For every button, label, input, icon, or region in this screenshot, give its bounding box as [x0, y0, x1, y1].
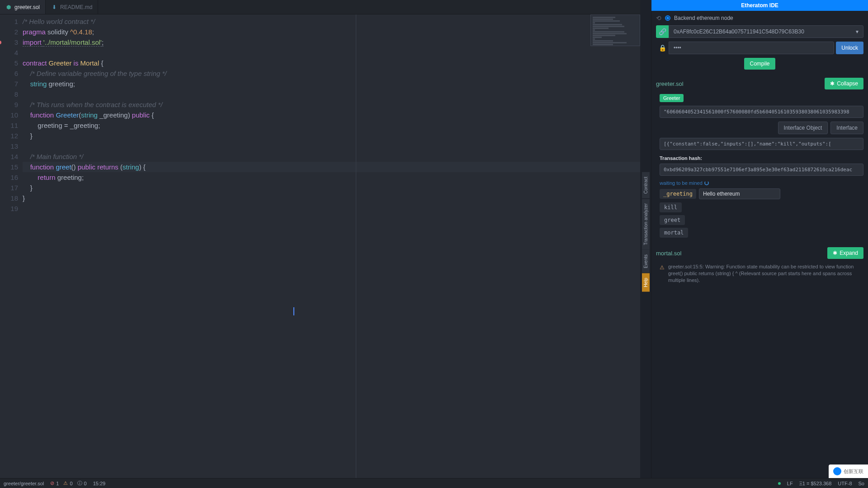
- side-tabs: ContractTransaction analyzerEventsHelp: [640, 0, 651, 478]
- tab-README-md[interactable]: ⬇README.md: [46, 0, 98, 14]
- function-kill[interactable]: kill: [660, 202, 682, 212]
- node-label: Backend ethereum node: [674, 15, 733, 21]
- tab-bar: ⬢greeter.sol⬇README.md: [0, 0, 640, 14]
- address-value: 0xAF8fc0cE26C12B64a0075711941C548D79C63B…: [674, 28, 804, 35]
- password-input[interactable]: ••••: [669, 42, 834, 54]
- line-number[interactable]: 4: [0, 47, 18, 58]
- compile-button[interactable]: Compile: [744, 58, 775, 70]
- lock-icon: 🔒: [656, 42, 669, 54]
- line-number[interactable]: 7: [0, 79, 18, 89]
- eth-balance: Ξ1 = $523.368: [799, 481, 832, 486]
- code-line[interactable]: /* Main function */: [23, 151, 640, 162]
- side-tab-events[interactable]: Events: [642, 250, 650, 273]
- line-number[interactable]: 3: [0, 37, 18, 47]
- spinner-icon: [704, 181, 709, 185]
- cursor-position[interactable]: 15:29: [93, 481, 106, 486]
- chevron-down-icon: ▾: [856, 28, 859, 35]
- line-number[interactable]: 9: [0, 99, 18, 110]
- info-count[interactable]: 0: [84, 481, 87, 486]
- error-icon: ⊘: [50, 480, 54, 486]
- mining-status: waiting to be mined: [660, 180, 863, 186]
- compiled-file-name: greeter.sol: [656, 80, 684, 87]
- contract-badge[interactable]: Greeter: [660, 94, 684, 102]
- code-line[interactable]: function Greeter(string _greeting) publi…: [23, 110, 640, 120]
- address-select[interactable]: 0xAF8fc0cE26C12B64a0075711941C548D79C63B…: [669, 25, 863, 38]
- line-number[interactable]: 14: [0, 151, 18, 162]
- watermark: 创新互联: [829, 465, 868, 478]
- code-line[interactable]: [23, 47, 640, 58]
- status-file-path[interactable]: greeter/greeter.sol: [4, 481, 44, 486]
- encoding[interactable]: UTF-8: [838, 481, 852, 486]
- expand-icon: ✱: [833, 250, 837, 256]
- line-number[interactable]: 6: [0, 68, 18, 79]
- node-radio[interactable]: [665, 15, 670, 21]
- sol-file-icon: ⬢: [5, 4, 12, 10]
- line-number[interactable]: 18: [0, 193, 18, 203]
- code-line[interactable]: }: [23, 193, 640, 203]
- code-content[interactable]: /* Hello world contract */pragma solidit…: [23, 14, 640, 478]
- warn-count[interactable]: 0: [70, 481, 72, 486]
- connection-dot: [778, 482, 781, 485]
- code-line[interactable]: [23, 141, 640, 151]
- line-number[interactable]: 8: [0, 89, 18, 99]
- side-tab-transaction-analyzer[interactable]: Transaction analyzer: [642, 199, 650, 249]
- line-number[interactable]: 5: [0, 58, 18, 68]
- error-count[interactable]: 1: [56, 481, 59, 486]
- code-line[interactable]: [23, 89, 640, 99]
- wrap-guide: [356, 14, 356, 478]
- collapse-icon: ✱: [830, 80, 835, 87]
- code-line[interactable]: function greet() public returns (string)…: [23, 162, 640, 172]
- code-line[interactable]: /* Define variable greeting of the type …: [23, 68, 640, 79]
- md-file-icon: ⬇: [51, 4, 57, 10]
- code-line[interactable]: return greeting;: [23, 172, 640, 183]
- code-line[interactable]: [23, 203, 640, 214]
- line-ending[interactable]: LF: [787, 481, 793, 486]
- tx-hash-box[interactable]: 0xbd96209a327cbb97551e7106ef3a895e3e30ef…: [660, 164, 863, 176]
- tab-label: greeter.sol: [14, 4, 40, 10]
- minimap[interactable]: [590, 14, 640, 46]
- tx-hash-label: Transaction hash:: [660, 155, 863, 161]
- code-line[interactable]: import '../mortal/mortal.sol';: [23, 37, 640, 47]
- line-number[interactable]: 12: [0, 131, 18, 141]
- line-number[interactable]: 16: [0, 172, 18, 183]
- status-bar: greeter/greeter.sol ⊘ 1 ⚠ 0 ⓘ 0 15:29 LF…: [0, 478, 868, 488]
- line-number[interactable]: 10: [0, 110, 18, 120]
- line-number[interactable]: 11: [0, 120, 18, 131]
- sync-icon: ⟲: [656, 14, 661, 22]
- code-line[interactable]: string greeting;: [23, 79, 640, 89]
- tab-greeter-sol[interactable]: ⬢greeter.sol: [0, 0, 46, 14]
- panel-title: Etheratom IDE: [651, 0, 868, 11]
- code-line[interactable]: }: [23, 183, 640, 193]
- line-number[interactable]: 13: [0, 141, 18, 151]
- line-number[interactable]: 19: [0, 203, 18, 214]
- function-greet[interactable]: greet: [660, 215, 685, 225]
- expand-button[interactable]: ✱ Expand: [827, 247, 863, 259]
- line-number[interactable]: 17: [0, 183, 18, 193]
- collapse-button[interactable]: ✱ Collapse: [825, 78, 863, 89]
- info-icon: ⓘ: [77, 480, 82, 487]
- function-mortal[interactable]: mortal: [660, 228, 688, 238]
- param-label: _greeting: [660, 189, 696, 199]
- side-tab-help[interactable]: Help: [642, 273, 650, 292]
- unlock-button[interactable]: Unlock: [836, 42, 863, 54]
- abi-box[interactable]: [{"constant":false,"inputs":[],"name":"k…: [660, 138, 863, 150]
- interface-button[interactable]: Interface: [830, 122, 863, 134]
- bytecode-box[interactable]: "6060604052341561000f57600080fd5b6040516…: [660, 106, 863, 118]
- line-number[interactable]: 2: [0, 27, 18, 37]
- tab-label: README.md: [60, 4, 92, 10]
- code-line[interactable]: contract Greeter is Mortal {: [23, 58, 640, 68]
- param-input[interactable]: [699, 188, 780, 199]
- line-number[interactable]: 1: [0, 16, 18, 27]
- code-area[interactable]: 12345678910111213141516171819 /* Hello w…: [0, 14, 640, 478]
- code-line[interactable]: /* This runs when the contract is execut…: [23, 99, 640, 110]
- side-tab-contract[interactable]: Contract: [642, 172, 650, 198]
- code-line[interactable]: /* Hello world contract */: [23, 16, 640, 27]
- code-line[interactable]: greeting = _greeting;: [23, 120, 640, 131]
- language-mode[interactable]: So: [859, 481, 864, 486]
- code-line[interactable]: }: [23, 131, 640, 141]
- code-line[interactable]: pragma solidity ^0.4.18;: [23, 27, 640, 37]
- line-number[interactable]: 15: [0, 162, 18, 172]
- interface-object-button[interactable]: Interface Object: [778, 122, 828, 134]
- compiled-file-name-2: mortal.sol: [656, 250, 681, 257]
- breakpoint-dot[interactable]: [0, 41, 1, 44]
